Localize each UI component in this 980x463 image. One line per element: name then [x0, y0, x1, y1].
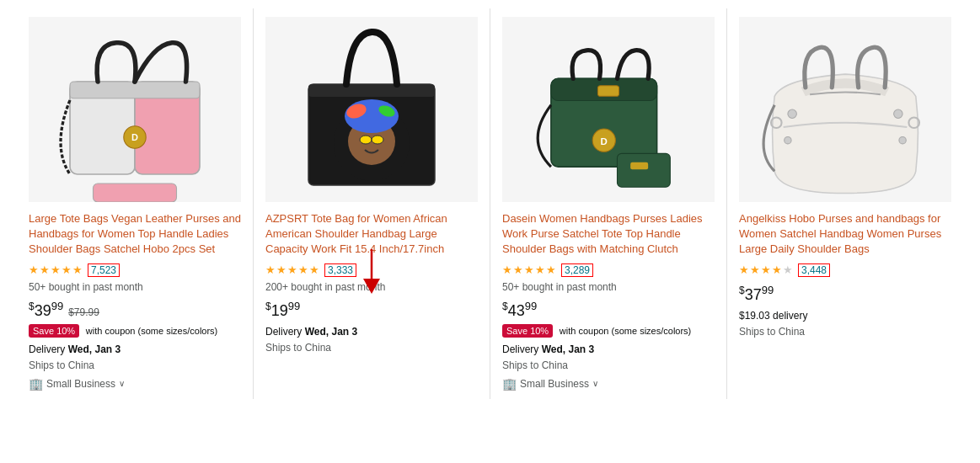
price-row-1: $3999 $79.99: [29, 300, 241, 320]
small-business-icon-1: 🏢: [29, 377, 43, 391]
svg-rect-3: [70, 82, 200, 98]
bought-info-3: 50+ bought in past month: [502, 281, 715, 293]
price-row-4: $3799: [739, 284, 951, 304]
svg-rect-6: [94, 184, 177, 202]
star-1-1: ★: [29, 263, 39, 276]
delivery-info-2: Delivery Wed, Jan 3: [265, 326, 478, 338]
coupon-note-1: with coupon (some sizes/colors): [86, 326, 218, 336]
delivery-date-3: Wed, Jan 3: [542, 343, 594, 355]
star-3-5: ★: [546, 263, 556, 276]
product-image-4[interactable]: [739, 17, 951, 202]
ships-to-1: Ships to China: [29, 359, 241, 371]
star-4-5: ★: [783, 263, 793, 276]
stars-2: ★ ★ ★ ★ ★: [265, 263, 319, 276]
stars-3: ★ ★ ★ ★ ★: [502, 263, 556, 276]
stars-1: ★ ★ ★ ★ ★: [29, 263, 83, 276]
bought-info-1: 50+ bought in past month: [29, 281, 241, 293]
review-count-3[interactable]: 3,289: [561, 263, 593, 277]
price-row-3: $4399: [502, 300, 715, 320]
product-card-1: D Large Tote Bags Vegan Leather Purses a…: [17, 8, 254, 399]
price-main-1: $3999: [29, 300, 63, 320]
coupon-note-3: with coupon (some sizes/colors): [560, 326, 692, 336]
svg-point-16: [372, 136, 383, 144]
star-1-2: ★: [40, 263, 50, 276]
svg-rect-27: [630, 162, 648, 169]
review-count-1[interactable]: 7,523: [88, 263, 120, 277]
star-3-2: ★: [513, 263, 523, 276]
delivery-date-2: Wed, Jan 3: [305, 326, 357, 338]
rating-row-3: ★ ★ ★ ★ ★ 3,289: [502, 263, 715, 277]
stars-4: ★ ★ ★ ★ ★: [739, 263, 793, 276]
product-image-3[interactable]: D: [502, 17, 715, 202]
svg-point-15: [360, 136, 372, 144]
star-2-4: ★: [298, 263, 308, 276]
delivery-label-2: Delivery: [265, 326, 302, 338]
coupon-row-1: Save 10% with coupon (some sizes/colors): [29, 324, 241, 338]
product-title-4[interactable]: Angelkiss Hobo Purses and handbags for W…: [739, 211, 951, 258]
coupon-badge-1: Save 10%: [29, 324, 79, 338]
review-count-4[interactable]: 3,448: [798, 263, 830, 277]
price-main-4: $3799: [739, 284, 774, 304]
rating-row-4: ★ ★ ★ ★ ★ 3,448: [739, 263, 951, 277]
svg-rect-9: [308, 84, 435, 97]
star-4-1: ★: [739, 263, 749, 276]
small-business-icon-3: 🏢: [502, 377, 517, 391]
svg-rect-26: [617, 153, 670, 187]
svg-point-31: [785, 136, 791, 143]
price-main-2: $1999: [265, 300, 300, 320]
chevron-down-icon-3: ∨: [592, 379, 598, 388]
product-title-1[interactable]: Large Tote Bags Vegan Leather Purses and…: [29, 211, 241, 258]
coupon-badge-3: Save 10%: [502, 324, 553, 338]
product-image-1[interactable]: D: [29, 17, 241, 202]
small-business-3: 🏢 Small Business ∨: [502, 377, 715, 391]
svg-text:D: D: [131, 132, 138, 142]
star-3-1: ★: [502, 263, 512, 276]
star-2-1: ★: [265, 263, 276, 276]
star-3-3: ★: [524, 263, 534, 276]
delivery-date-1: Wed, Jan 3: [68, 343, 120, 355]
small-business-1: 🏢 Small Business ∨: [29, 377, 241, 391]
product-image-2[interactable]: [265, 17, 478, 202]
delivery-info-3: Delivery Wed, Jan 3: [502, 343, 715, 355]
product-card-2: AZPSRT Tote Bag for Women African Americ…: [254, 8, 490, 399]
coupon-row-3: Save 10% with coupon (some sizes/colors): [502, 324, 715, 338]
svg-point-29: [788, 109, 796, 118]
delivery-label-1: Delivery: [29, 343, 65, 355]
ships-to-4: Ships to China: [739, 326, 951, 338]
star-2-2: ★: [276, 263, 287, 276]
review-count-2[interactable]: 3,333: [324, 263, 356, 277]
svg-point-32: [899, 136, 906, 143]
star-4-4: ★: [772, 263, 782, 276]
product-title-3[interactable]: Dasein Women Handbags Purses Ladies Work…: [502, 211, 715, 258]
small-business-label-1: Small Business: [46, 378, 115, 390]
star-1-3: ★: [51, 263, 61, 276]
product-card-3: D Dasein Women Handbags Purses Ladies Wo…: [490, 8, 727, 399]
rating-row-1: ★ ★ ★ ★ ★ 7,523: [29, 263, 241, 277]
star-4-2: ★: [750, 263, 760, 276]
svg-rect-23: [597, 86, 619, 97]
chevron-down-icon-1: ∨: [119, 379, 125, 388]
delivery-label-4: $19.03 delivery: [739, 310, 807, 322]
delivery-info-4: $19.03 delivery: [739, 310, 951, 322]
price-row-2: $1999: [265, 300, 478, 320]
star-1-5: ★: [72, 263, 83, 276]
star-1-4: ★: [62, 263, 72, 276]
price-main-3: $4399: [502, 300, 537, 320]
star-3-4: ★: [535, 263, 545, 276]
arrow-annotation: [355, 245, 388, 298]
star-2-5: ★: [309, 263, 319, 276]
svg-marker-19: [363, 279, 380, 294]
star-2-3: ★: [287, 263, 297, 276]
product-grid: D Large Tote Bags Vegan Leather Purses a…: [0, 0, 980, 407]
price-list-1: $79.99: [68, 306, 99, 318]
delivery-info-1: Delivery Wed, Jan 3: [29, 343, 241, 355]
ships-to-3: Ships to China: [502, 359, 715, 371]
svg-point-30: [894, 109, 902, 118]
ships-to-2: Ships to China: [265, 342, 478, 354]
svg-text:D: D: [601, 136, 608, 146]
star-4-3: ★: [761, 263, 771, 276]
delivery-label-3: Delivery: [502, 343, 538, 355]
small-business-label-3: Small Business: [520, 378, 589, 390]
product-card-4: Angelkiss Hobo Purses and handbags for W…: [727, 8, 963, 399]
